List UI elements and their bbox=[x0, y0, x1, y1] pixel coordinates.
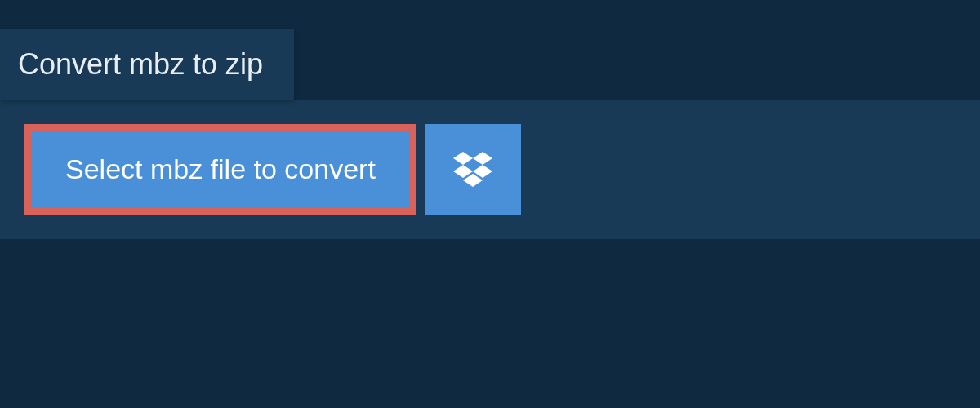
dropbox-button[interactable] bbox=[425, 124, 521, 215]
select-file-button[interactable]: Select mbz file to convert bbox=[24, 124, 416, 215]
tab-header: Convert mbz to zip bbox=[0, 29, 294, 100]
bottom-space bbox=[0, 239, 980, 408]
button-row: Select mbz file to convert bbox=[24, 124, 956, 215]
dropbox-icon bbox=[453, 149, 492, 190]
page-title: Convert mbz to zip bbox=[18, 47, 263, 81]
content-panel: Select mbz file to convert bbox=[0, 100, 980, 239]
